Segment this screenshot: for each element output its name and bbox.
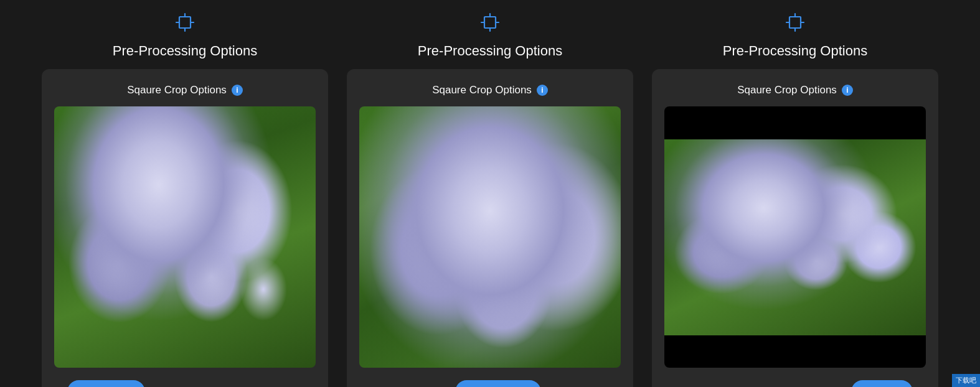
- card-header-3: Sqaure Crop Options i: [664, 84, 926, 96]
- panel-title-1: Pre-Processing Options: [113, 43, 257, 59]
- random-crop-btn-1[interactable]: Random Crop: [150, 380, 235, 387]
- random-crop-btn-2[interactable]: Random Crop: [455, 380, 540, 387]
- panel-2: Pre-Processing Options Sqaure Crop Optio…: [347, 12, 633, 387]
- no-crop-btn-2[interactable]: No Crop: [546, 380, 608, 387]
- card-2: Sqaure Crop Options i Center Crop Random…: [347, 69, 633, 387]
- crop-icon-1: [175, 12, 195, 35]
- buttons-row-3: Center Crop Random Crop No Crop: [664, 380, 926, 387]
- svg-rect-10: [789, 17, 801, 28]
- no-crop-btn-3[interactable]: No Crop: [851, 380, 913, 387]
- image-container-2: [359, 106, 621, 368]
- center-crop-btn-3[interactable]: Center Crop: [677, 380, 756, 387]
- no-crop-btn-1[interactable]: No Crop: [241, 380, 303, 387]
- card-section-title-3: Sqaure Crop Options: [737, 84, 837, 96]
- crop-icon-3: [785, 12, 805, 35]
- info-icon-1[interactable]: i: [232, 85, 243, 96]
- card-header-2: Sqaure Crop Options i: [359, 84, 621, 96]
- card-section-title-2: Sqaure Crop Options: [432, 84, 532, 96]
- image-container-1: [54, 106, 316, 368]
- image-preview-1: [54, 106, 316, 368]
- info-icon-2[interactable]: i: [537, 85, 548, 96]
- image-inner-3: [664, 139, 926, 335]
- random-crop-btn-3[interactable]: Random Crop: [760, 380, 846, 387]
- buttons-row-2: Center Crop Random Crop No Crop: [359, 380, 621, 387]
- card-3: Sqaure Crop Options i Center Crop Random…: [652, 69, 938, 387]
- panel-title-2: Pre-Processing Options: [418, 43, 562, 59]
- info-icon-3[interactable]: i: [842, 85, 853, 96]
- panel-1: Pre-Processing Options Sqaure Crop Optio…: [42, 12, 328, 387]
- image-preview-2: [359, 106, 621, 368]
- image-preview-3: [664, 106, 926, 368]
- card-1: Sqaure Crop Options i Center Crop Random…: [42, 69, 328, 387]
- panel-3: Pre-Processing Options Sqaure Crop Optio…: [652, 12, 938, 387]
- card-section-title-1: Sqaure Crop Options: [127, 84, 227, 96]
- buttons-row-1: Center Crop Random Crop No Crop: [54, 380, 316, 387]
- center-crop-btn-2[interactable]: Center Crop: [372, 380, 451, 387]
- image-container-3: [664, 106, 926, 368]
- svg-rect-0: [179, 17, 191, 28]
- svg-rect-5: [484, 17, 496, 28]
- panels-container: Pre-Processing Options Sqaure Crop Optio…: [12, 12, 968, 387]
- panel-title-3: Pre-Processing Options: [723, 43, 867, 59]
- watermark: 下载吧: [952, 374, 980, 387]
- crop-icon-2: [480, 12, 500, 35]
- center-crop-btn-1[interactable]: Center Crop: [67, 380, 146, 387]
- card-header-1: Sqaure Crop Options i: [54, 84, 316, 96]
